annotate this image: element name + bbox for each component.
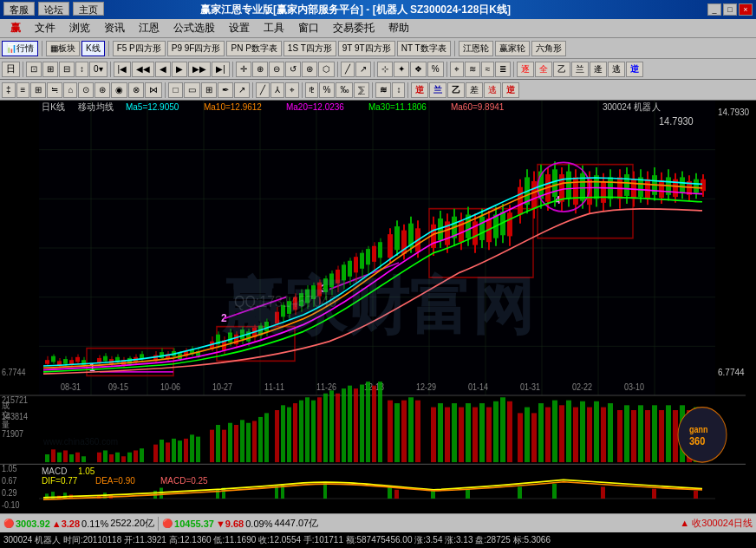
- tb3-icon8[interactable]: ◉: [111, 82, 127, 98]
- tb2-icon-d[interactable]: ✦: [394, 62, 409, 77]
- tb3-iconB[interactable]: □: [168, 82, 182, 98]
- tb2-nav3[interactable]: ◀: [155, 62, 171, 77]
- win-close[interactable]: ×: [739, 3, 753, 16]
- menu-settings[interactable]: 设置: [222, 19, 257, 37]
- tb3-iconA[interactable]: ⋈: [145, 82, 162, 98]
- win-minimize[interactable]: _: [707, 3, 721, 16]
- tb3-iconC[interactable]: ▭: [184, 82, 200, 98]
- tb3-iconQ[interactable]: 兰: [429, 82, 446, 98]
- tb2-draw1[interactable]: ╱: [341, 62, 355, 77]
- tb-ying-wheel[interactable]: 赢家轮: [495, 41, 530, 56]
- tb3-iconK[interactable]: %: [319, 82, 336, 98]
- tb3-iconL[interactable]: ‰: [336, 82, 353, 98]
- tb-bk[interactable]: ▦ 板块: [46, 41, 80, 56]
- tb2-nav6[interactable]: ▶|: [212, 62, 230, 77]
- svg-text:14.7930: 14.7930: [718, 106, 749, 117]
- tb2-icon-p[interactable]: 逆: [626, 62, 643, 77]
- tb2-icon-o[interactable]: 逃: [608, 62, 625, 77]
- menu-jianen[interactable]: 江恩: [132, 19, 166, 37]
- tb3-icon6[interactable]: ⊙: [78, 82, 94, 98]
- svg-text:DEA=0.90: DEA=0.90: [95, 474, 135, 486]
- tb-9t4[interactable]: 9T 9T四方形: [338, 41, 395, 56]
- chart-container[interactable]: 赢家财富网: [0, 101, 756, 513]
- tb2-icon-n[interactable]: 逄: [590, 62, 607, 77]
- tb3-iconN[interactable]: ≋: [375, 82, 391, 98]
- tb2-nav4[interactable]: ▶: [172, 62, 187, 77]
- tb3-icon1[interactable]: ‡: [2, 82, 16, 98]
- menu-formula[interactable]: 公式选股: [166, 19, 222, 37]
- tb2-nav2[interactable]: ◀◀: [132, 62, 154, 77]
- tb2-refresh[interactable]: ↺: [285, 62, 301, 77]
- tb3-sep5: [407, 82, 408, 98]
- tb2-icon-f[interactable]: ⌖: [450, 62, 464, 77]
- tb3-icon5[interactable]: ⌂: [63, 82, 77, 98]
- tb-hq[interactable]: 📊 行情: [2, 41, 38, 56]
- tb3-iconM[interactable]: ⅀: [354, 82, 369, 98]
- tb2-icon1[interactable]: ⊡: [26, 62, 42, 77]
- tb2-nav1[interactable]: |◀: [114, 62, 132, 77]
- tb2-crosshair[interactable]: ✛: [236, 62, 251, 77]
- menu-tools[interactable]: 工具: [257, 19, 291, 37]
- tb2-icon-g[interactable]: ≋: [465, 62, 480, 77]
- tb3-icon3[interactable]: ⊞: [30, 82, 46, 98]
- tb3-icon2[interactable]: ≡: [16, 82, 30, 98]
- tb2-icon-j[interactable]: 逐: [517, 62, 534, 77]
- tb3-iconP[interactable]: 逆: [411, 82, 428, 98]
- tb-f5p4[interactable]: F5 P四方形: [113, 41, 166, 56]
- menu-help[interactable]: 帮助: [381, 19, 416, 37]
- tb-kline[interactable]: K线: [81, 41, 105, 56]
- tb2-zoom-out[interactable]: ⊖: [269, 62, 284, 77]
- top-btn-zhuye[interactable]: 主页: [73, 2, 104, 16]
- tb2-icon-k[interactable]: 全: [535, 62, 552, 77]
- tb2-icon5[interactable]: 0▾: [89, 62, 108, 77]
- tb3-iconG[interactable]: ╱: [256, 82, 270, 98]
- tb2-icon2[interactable]: ⊞: [42, 62, 58, 77]
- tb-ntable[interactable]: NT T数字表: [397, 41, 451, 56]
- win-maximize[interactable]: □: [723, 3, 737, 16]
- tb2-icon-e[interactable]: ❖: [410, 62, 427, 77]
- tb3-iconR[interactable]: 乙: [447, 82, 465, 98]
- tb-jianen-wheel[interactable]: 江恩轮: [459, 41, 493, 56]
- tb-1st4[interactable]: 1S T四方形: [284, 41, 336, 56]
- tb2-icon-m[interactable]: 兰: [571, 62, 589, 77]
- top-btn-kefu[interactable]: 客服: [3, 2, 35, 16]
- tb3-iconI[interactable]: ⌖: [285, 82, 299, 98]
- tb-9f4[interactable]: P9 9F四方形: [167, 41, 225, 56]
- tb3-iconU[interactable]: 逆: [502, 82, 519, 98]
- top-btn-luntan[interactable]: 论坛: [38, 2, 69, 16]
- tb3-iconD[interactable]: ⊞: [201, 82, 217, 98]
- tb3-iconF[interactable]: ↗: [234, 82, 250, 98]
- tb2-pct[interactable]: %: [427, 62, 444, 77]
- menu-ying[interactable]: 赢: [3, 19, 28, 37]
- tb3-icon9[interactable]: ⊗: [128, 82, 144, 98]
- tb-hex[interactable]: 六角形: [531, 41, 566, 56]
- tb2-icon-h[interactable]: ≈: [481, 62, 495, 77]
- svg-rect-254: [63, 450, 68, 462]
- tb2-nav5[interactable]: ▶▶: [188, 62, 211, 77]
- tb2-draw2[interactable]: ↗: [355, 62, 371, 77]
- tb3-icon7[interactable]: ⊛: [94, 82, 110, 98]
- tb3-iconJ[interactable]: ⅊: [305, 82, 318, 98]
- tb2-icon-c[interactable]: ⊹: [377, 62, 393, 77]
- tb2-icon-i[interactable]: ≣: [495, 62, 511, 77]
- menu-file[interactable]: 文件: [28, 19, 62, 37]
- menu-window[interactable]: 窗口: [291, 19, 326, 37]
- menu-trade[interactable]: 交易委托: [326, 19, 381, 37]
- tb3-iconO[interactable]: ↕: [392, 82, 405, 98]
- menu-browse[interactable]: 浏览: [62, 19, 97, 37]
- tb3-icon4[interactable]: ≒: [47, 82, 62, 98]
- chart-svg[interactable]: 08-31 09-15 10-06 10-27 11-11 11-26 12-1…: [0, 101, 756, 513]
- tb3-iconS[interactable]: 差: [466, 82, 483, 98]
- tb2-icon-b[interactable]: ⬡: [318, 62, 335, 77]
- tb2-icon-a[interactable]: ⊛: [302, 62, 317, 77]
- menu-news[interactable]: 资讯: [97, 19, 132, 37]
- tb2-zoom-in[interactable]: ⊕: [252, 62, 268, 77]
- tb3-iconE[interactable]: ✒: [218, 82, 233, 98]
- tb-pnum[interactable]: PN P数字表: [226, 41, 281, 56]
- tb2-icon3[interactable]: ⊟: [59, 62, 75, 77]
- tb2-period-day[interactable]: 日: [2, 62, 20, 77]
- tb2-icon4[interactable]: ↕: [75, 62, 88, 77]
- tb3-iconH[interactable]: ⅄: [270, 82, 284, 98]
- tb2-icon-l[interactable]: 乙: [553, 62, 570, 77]
- tb3-iconT[interactable]: 逃: [484, 82, 501, 98]
